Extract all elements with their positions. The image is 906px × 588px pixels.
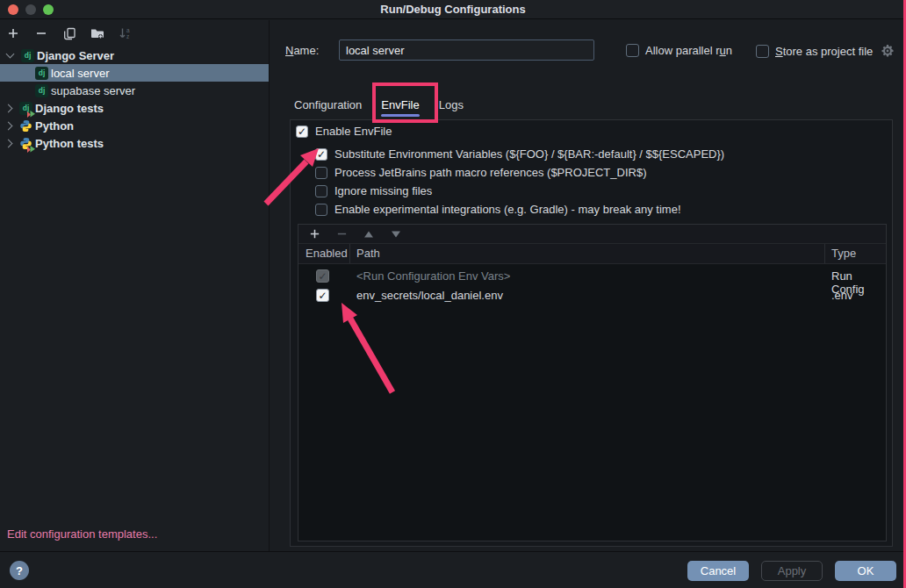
apply-button: Apply bbox=[761, 561, 823, 581]
tree-item-python[interactable]: Python bbox=[0, 117, 269, 134]
checkbox-checked[interactable]: ✓ bbox=[296, 125, 308, 138]
ok-button[interactable]: OK bbox=[835, 561, 896, 581]
copy-configuration-icon[interactable] bbox=[61, 25, 78, 42]
tree-item-python-tests[interactable]: Python tests bbox=[0, 134, 269, 152]
env-files-table-header: Enabled Path Type bbox=[298, 244, 886, 264]
config-tabs: Configuration EnvFile Logs bbox=[284, 91, 473, 118]
tree-item-local-server[interactable]: dj local server bbox=[0, 64, 269, 82]
move-down-icon bbox=[387, 226, 405, 243]
sidebar-toolbar: az bbox=[0, 20, 269, 47]
allow-parallel-run-label: Allow parallel run bbox=[645, 44, 732, 57]
move-up-icon bbox=[360, 226, 378, 243]
run-debug-configurations-dialog: { "window": { "title": "Run/Debug Config… bbox=[0, 0, 906, 588]
django-icon: dj bbox=[21, 49, 34, 62]
footer: ? Cancel Apply OK bbox=[0, 552, 906, 588]
column-path[interactable]: Path bbox=[356, 247, 380, 260]
tree-item-django-server[interactable]: dj Django Server bbox=[0, 47, 269, 64]
tab-logs[interactable]: Logs bbox=[429, 91, 473, 118]
tree-item-supabase-server[interactable]: dj supabase server bbox=[0, 82, 269, 99]
name-input[interactable] bbox=[339, 39, 594, 61]
edit-configuration-templates-link[interactable]: Edit configuration templates... bbox=[7, 527, 157, 541]
env-files-table: Enabled Path Type ✓ <Run Configuration E… bbox=[298, 224, 887, 541]
tab-envfile[interactable]: EnvFile bbox=[371, 91, 428, 118]
env-files-table-toolbar bbox=[298, 225, 886, 244]
new-folder-icon[interactable] bbox=[89, 25, 106, 42]
window-title: Run/Debug Configurations bbox=[0, 3, 906, 16]
svg-text:a: a bbox=[126, 27, 130, 33]
checkbox-unchecked[interactable] bbox=[756, 45, 769, 58]
django-icon: dj bbox=[35, 67, 48, 80]
checkbox-checked[interactable]: ✓ bbox=[315, 148, 327, 161]
table-row-env-secrets-file[interactable]: ✓ env_secrets/local_daniel.env .env bbox=[298, 286, 886, 305]
sort-alphabetically-icon: az bbox=[117, 25, 134, 42]
cancel-button[interactable]: Cancel bbox=[687, 561, 749, 581]
process-jetbrains-path-macro-checkbox[interactable]: Process JetBrains path macro references … bbox=[315, 166, 646, 179]
checkbox-unchecked[interactable] bbox=[315, 204, 327, 216]
tab-configuration[interactable]: Configuration bbox=[284, 91, 371, 118]
remove-env-file-icon bbox=[333, 226, 350, 243]
name-label: Name: bbox=[285, 44, 319, 57]
table-row-run-config-env-vars[interactable]: ✓ <Run Configuration Env Vars> Run Confi… bbox=[298, 267, 886, 286]
enable-envfile-checkbox[interactable]: ✓ Enable EnvFile bbox=[296, 125, 392, 138]
configurations-sidebar: az dj Django Server dj local server dj s… bbox=[0, 20, 270, 551]
ignore-missing-files-checkbox[interactable]: Ignore missing files bbox=[315, 184, 432, 197]
checkbox-unchecked[interactable] bbox=[626, 44, 639, 57]
column-type[interactable]: Type bbox=[831, 247, 856, 260]
gear-icon[interactable] bbox=[881, 44, 895, 58]
checkbox-unchecked[interactable] bbox=[315, 167, 327, 179]
title-bar: Run/Debug Configurations bbox=[0, 0, 906, 19]
configurations-tree: dj Django Server dj local server dj supa… bbox=[0, 47, 269, 152]
store-as-project-file-label: Store as project file bbox=[775, 45, 873, 58]
checkbox-checked-disabled: ✓ bbox=[316, 269, 329, 283]
chevron-right-icon[interactable] bbox=[4, 139, 13, 147]
enable-experimental-integrations-checkbox[interactable]: Enable experimental integrations (e.g. G… bbox=[315, 203, 681, 216]
substitute-environment-variables-checkbox[interactable]: ✓ Substitute Environment Variables (${FO… bbox=[315, 147, 724, 161]
chevron-right-icon[interactable] bbox=[4, 121, 13, 130]
checkbox-checked[interactable]: ✓ bbox=[316, 289, 329, 302]
envfile-tab-panel: ✓ Enable EnvFile ✓ Substitute Environmen… bbox=[290, 119, 893, 547]
chevron-down-icon[interactable] bbox=[6, 50, 15, 59]
chevron-right-icon[interactable] bbox=[4, 104, 13, 112]
add-icon[interactable] bbox=[4, 25, 22, 42]
checkbox-unchecked[interactable] bbox=[315, 185, 327, 197]
python-tests-icon bbox=[19, 137, 32, 150]
tree-item-django-tests[interactable]: dj Django tests bbox=[0, 99, 269, 117]
allow-parallel-run-checkbox[interactable]: Allow parallel run bbox=[626, 44, 732, 57]
django-icon: dj bbox=[35, 84, 48, 97]
column-enabled[interactable]: Enabled bbox=[306, 247, 348, 260]
help-button[interactable]: ? bbox=[10, 561, 29, 580]
django-tests-icon: dj bbox=[19, 102, 32, 115]
add-env-file-icon[interactable] bbox=[306, 226, 323, 243]
remove-icon[interactable] bbox=[32, 25, 50, 42]
store-as-project-file-checkbox[interactable]: Store as project file bbox=[756, 44, 895, 58]
python-icon bbox=[19, 119, 32, 133]
svg-text:z: z bbox=[126, 33, 129, 39]
